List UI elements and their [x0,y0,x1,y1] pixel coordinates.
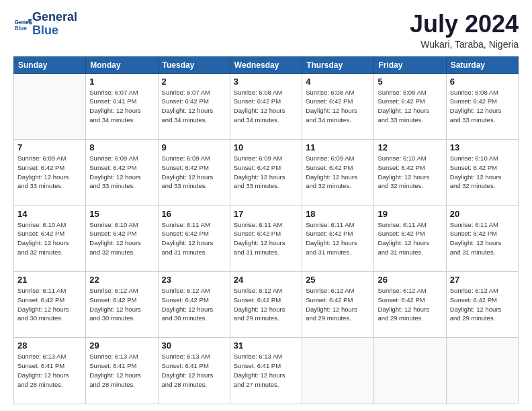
calendar-cell: 4Sunrise: 6:08 AM Sunset: 6:42 PM Daylig… [302,73,374,139]
day-info: Sunrise: 6:13 AM Sunset: 6:41 PM Dayligh… [89,352,154,389]
day-info: Sunrise: 6:07 AM Sunset: 6:42 PM Dayligh… [162,88,226,125]
calendar-cell: 31Sunrise: 6:13 AM Sunset: 6:41 PM Dayli… [230,338,302,404]
day-info: Sunrise: 6:08 AM Sunset: 6:42 PM Dayligh… [450,88,515,125]
day-number: 3 [234,77,298,87]
day-info: Sunrise: 6:13 AM Sunset: 6:41 PM Dayligh… [234,352,298,389]
header: General Blue General Blue July 2024 Wuka… [13,11,519,50]
day-info: Sunrise: 6:11 AM Sunset: 6:42 PM Dayligh… [162,220,226,257]
calendar-cell: 25Sunrise: 6:12 AM Sunset: 6:42 PM Dayli… [302,272,374,338]
day-info: Sunrise: 6:09 AM Sunset: 6:42 PM Dayligh… [17,154,82,191]
day-number: 30 [162,340,226,351]
day-number: 6 [450,77,515,87]
calendar-cell: 28Sunrise: 6:13 AM Sunset: 6:41 PM Dayli… [14,338,86,404]
location: Wukari, Taraba, Nigeria [410,39,519,50]
calendar-week-row: 28Sunrise: 6:13 AM Sunset: 6:41 PM Dayli… [14,338,519,404]
calendar-cell: 26Sunrise: 6:12 AM Sunset: 6:42 PM Dayli… [374,272,446,338]
calendar-cell: 27Sunrise: 6:12 AM Sunset: 6:42 PM Dayli… [446,272,518,338]
day-info: Sunrise: 6:08 AM Sunset: 6:42 PM Dayligh… [306,88,370,125]
day-info: Sunrise: 6:09 AM Sunset: 6:42 PM Dayligh… [89,154,154,191]
day-info: Sunrise: 6:09 AM Sunset: 6:42 PM Dayligh… [234,154,298,191]
day-number: 24 [234,275,298,285]
calendar-weekday-sunday: Sunday [14,56,86,73]
calendar-cell [446,338,518,404]
day-number: 28 [17,340,82,351]
calendar-weekday-monday: Monday [86,56,158,73]
day-number: 9 [162,142,226,152]
day-number: 11 [306,142,370,152]
day-number: 29 [89,340,154,351]
day-number: 5 [378,77,442,87]
day-number: 22 [89,275,154,285]
day-number: 15 [89,209,154,219]
calendar-cell: 21Sunrise: 6:11 AM Sunset: 6:42 PM Dayli… [14,272,86,338]
day-number: 2 [162,77,226,87]
calendar-weekday-thursday: Thursday [302,56,374,73]
day-number: 31 [234,340,298,351]
calendar-cell: 14Sunrise: 6:10 AM Sunset: 6:42 PM Dayli… [14,205,86,271]
day-info: Sunrise: 6:10 AM Sunset: 6:42 PM Dayligh… [17,220,82,257]
calendar-cell: 1Sunrise: 6:07 AM Sunset: 6:41 PM Daylig… [86,73,158,139]
calendar-cell: 11Sunrise: 6:09 AM Sunset: 6:42 PM Dayli… [302,140,374,205]
calendar-cell: 30Sunrise: 6:13 AM Sunset: 6:41 PM Dayli… [158,338,230,404]
day-info: Sunrise: 6:12 AM Sunset: 6:42 PM Dayligh… [378,286,442,323]
page: General Blue General Blue July 2024 Wuka… [0,0,532,411]
day-info: Sunrise: 6:13 AM Sunset: 6:41 PM Dayligh… [162,352,226,389]
day-number: 19 [378,209,442,219]
calendar-cell: 7Sunrise: 6:09 AM Sunset: 6:42 PM Daylig… [14,140,86,205]
day-number: 1 [89,77,154,87]
day-info: Sunrise: 6:12 AM Sunset: 6:42 PM Dayligh… [450,286,515,323]
calendar-weekday-saturday: Saturday [446,56,518,73]
calendar-cell: 17Sunrise: 6:11 AM Sunset: 6:42 PM Dayli… [230,205,302,271]
calendar-cell: 8Sunrise: 6:09 AM Sunset: 6:42 PM Daylig… [86,140,158,205]
day-info: Sunrise: 6:11 AM Sunset: 6:42 PM Dayligh… [306,220,370,257]
day-info: Sunrise: 6:12 AM Sunset: 6:42 PM Dayligh… [306,286,370,323]
day-number: 7 [17,142,82,152]
day-number: 25 [306,275,370,285]
calendar-cell: 3Sunrise: 6:08 AM Sunset: 6:42 PM Daylig… [230,73,302,139]
svg-text:Blue: Blue [15,25,28,32]
day-number: 16 [162,209,226,219]
calendar-cell: 16Sunrise: 6:11 AM Sunset: 6:42 PM Dayli… [158,205,230,271]
calendar-cell: 24Sunrise: 6:12 AM Sunset: 6:42 PM Dayli… [230,272,302,338]
day-number: 8 [89,142,154,152]
day-info: Sunrise: 6:09 AM Sunset: 6:42 PM Dayligh… [306,154,370,191]
calendar-cell: 15Sunrise: 6:10 AM Sunset: 6:42 PM Dayli… [86,205,158,271]
calendar-cell [374,338,446,404]
day-info: Sunrise: 6:10 AM Sunset: 6:42 PM Dayligh… [89,220,154,257]
day-info: Sunrise: 6:10 AM Sunset: 6:42 PM Dayligh… [450,154,515,191]
day-number: 23 [162,275,226,285]
day-info: Sunrise: 6:07 AM Sunset: 6:41 PM Dayligh… [89,88,154,125]
logo-line2: Blue [32,24,77,38]
day-info: Sunrise: 6:10 AM Sunset: 6:42 PM Dayligh… [378,154,442,191]
day-number: 10 [234,142,298,152]
month-year: July 2024 [410,11,519,38]
calendar-cell: 13Sunrise: 6:10 AM Sunset: 6:42 PM Dayli… [446,140,518,205]
day-number: 27 [450,275,515,285]
calendar-cell: 10Sunrise: 6:09 AM Sunset: 6:42 PM Dayli… [230,140,302,205]
day-info: Sunrise: 6:12 AM Sunset: 6:42 PM Dayligh… [162,286,226,323]
calendar-cell: 9Sunrise: 6:09 AM Sunset: 6:42 PM Daylig… [158,140,230,205]
day-number: 18 [306,209,370,219]
calendar-table: SundayMondayTuesdayWednesdayThursdayFrid… [13,56,519,404]
day-info: Sunrise: 6:11 AM Sunset: 6:42 PM Dayligh… [234,220,298,257]
day-info: Sunrise: 6:12 AM Sunset: 6:42 PM Dayligh… [89,286,154,323]
day-number: 13 [450,142,515,152]
logo-icon: General Blue [13,15,32,34]
calendar-weekday-tuesday: Tuesday [158,56,230,73]
calendar-week-row: 7Sunrise: 6:09 AM Sunset: 6:42 PM Daylig… [14,140,519,205]
calendar-week-row: 1Sunrise: 6:07 AM Sunset: 6:41 PM Daylig… [14,73,519,139]
calendar-cell: 18Sunrise: 6:11 AM Sunset: 6:42 PM Dayli… [302,205,374,271]
calendar-week-row: 14Sunrise: 6:10 AM Sunset: 6:42 PM Dayli… [14,205,519,271]
day-number: 17 [234,209,298,219]
calendar-cell [302,338,374,404]
calendar-cell: 5Sunrise: 6:08 AM Sunset: 6:42 PM Daylig… [374,73,446,139]
calendar-weekday-friday: Friday [374,56,446,73]
day-number: 12 [378,142,442,152]
calendar-cell [14,73,86,139]
title-block: July 2024 Wukari, Taraba, Nigeria [410,11,519,50]
calendar-cell: 19Sunrise: 6:11 AM Sunset: 6:42 PM Dayli… [374,205,446,271]
calendar-cell: 20Sunrise: 6:11 AM Sunset: 6:42 PM Dayli… [446,205,518,271]
day-number: 21 [17,275,82,285]
calendar-header-row: SundayMondayTuesdayWednesdayThursdayFrid… [14,56,519,73]
calendar-week-row: 21Sunrise: 6:11 AM Sunset: 6:42 PM Dayli… [14,272,519,338]
